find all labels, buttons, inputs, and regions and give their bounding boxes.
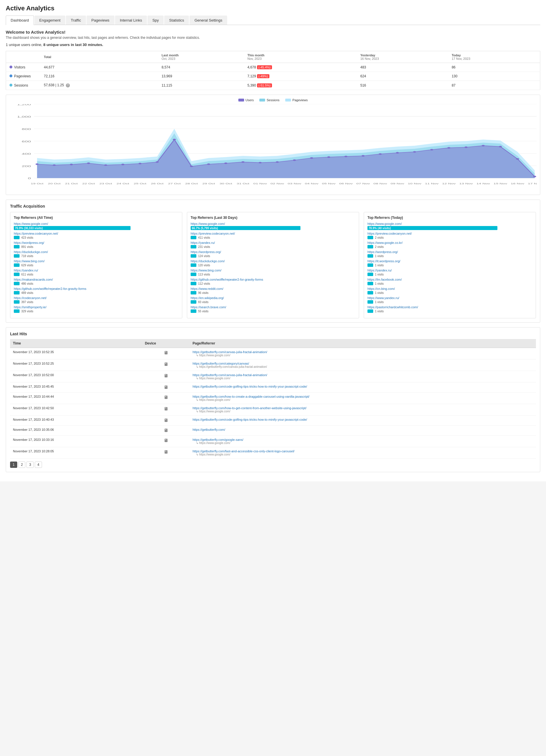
page-link[interactable]: https://getbutterfly.com/canvas-julia-fr…	[193, 350, 533, 354]
referrer-link[interactable]: https://en.wikipedia.org/	[191, 296, 355, 300]
page-1[interactable]: 1	[10, 462, 17, 468]
col-time: Time	[10, 339, 142, 348]
tab-internal-links[interactable]: Internal Links	[115, 16, 147, 25]
hit-page: https://getbutterfly.com/code-golfing-ti…	[190, 382, 536, 393]
referrer-link[interactable]: https://lm.facebook.com/	[367, 278, 532, 281]
referrer-link[interactable]: https://yandex.ru/	[367, 269, 532, 272]
hit-device: 🖥	[142, 416, 190, 426]
legend-users-label: Users	[246, 98, 254, 102]
referrer-bar-small	[367, 263, 373, 267]
row-pageviews-this-month: 7,129 (-49%)	[244, 72, 357, 81]
referrer-link[interactable]: https://yandex.ru/	[14, 269, 179, 272]
referrer-link[interactable]: https://preview.codecanyon.net/	[14, 232, 179, 235]
page-link[interactable]: https://getbutterfly.com/google-sans/	[193, 438, 533, 441]
referrer-link[interactable]: https://makandracards.com/	[14, 278, 179, 281]
page-3[interactable]: 3	[26, 462, 34, 468]
referrer-link[interactable]: https://github.com/wolffe/repeater2-for-…	[14, 287, 179, 290]
app-title: Active Analytics	[6, 5, 540, 12]
referrer-link[interactable]: https://duckduckgo.com/	[191, 259, 355, 263]
tab-dashboard[interactable]: Dashboard	[6, 16, 34, 25]
row-visitors-yesterday: 483	[357, 63, 448, 72]
page-link[interactable]: https://getbutterfly.com/fast-and-access…	[193, 449, 533, 453]
list-item: https://duckduckgo.com/ 718 visits	[14, 250, 179, 258]
svg-point-34	[327, 156, 330, 158]
referrer-link[interactable]: https://www.bing.com/	[191, 269, 355, 272]
svg-point-40	[430, 149, 433, 150]
referrer-link[interactable]: https://www.google.com/	[367, 222, 532, 225]
row-sessions-total: 57,638 | 1.25 ?	[41, 81, 158, 90]
tab-statistics[interactable]: Statistics	[164, 16, 189, 25]
referrer-bar-small	[14, 273, 20, 276]
hit-time: November 17, 2023 10:52:00	[10, 371, 142, 382]
hit-device: 🖥	[142, 426, 190, 436]
info-icon[interactable]: ?	[66, 83, 70, 87]
svg-point-33	[310, 157, 313, 159]
referrer-link[interactable]: https://wordpress.org/	[191, 250, 355, 254]
referrer-link[interactable]: https://duckduckgo.com/	[14, 250, 179, 254]
referrer-link[interactable]: https://www.reddit.com/	[191, 287, 355, 290]
ref-stat: 2 visits	[375, 236, 384, 239]
row-visitors-total: 44,677	[41, 63, 158, 72]
referrer-link[interactable]: https://www.google.com/	[191, 222, 355, 225]
page-link[interactable]: https://getbutterfly.com/category/canvas…	[193, 362, 533, 365]
list-item: https://www.google.com/ 78.9% (40 visits…	[367, 222, 532, 230]
hit-page: https://getbutterfly.com/canvas-julia-fr…	[190, 371, 536, 382]
page-link[interactable]: https://getbutterfly.com/code-golfing-ti…	[193, 385, 533, 388]
referrer-link[interactable]: https://pastorrichardcwhitcomb.com/	[367, 305, 532, 309]
referrer-bar-small	[367, 245, 373, 248]
list-item: https://wordpress.org/ 891 visits	[14, 241, 179, 248]
svg-text:12 Nov: 12 Nov	[442, 182, 456, 185]
svg-point-37	[379, 153, 382, 155]
tab-bar: Dashboard Engagement Traffic Pageviews I…	[6, 16, 540, 25]
page-link[interactable]: https://getbutterfly.com/	[193, 428, 533, 431]
page-link[interactable]: https://getbutterfly.com/canvas-julia-fr…	[193, 373, 533, 377]
row-sessions-today: 87	[448, 81, 540, 90]
table-row: November 17, 2023 10:33:16 🖥 https://get…	[10, 436, 536, 447]
referrer-link[interactable]: https://yandex.ru/	[191, 241, 355, 244]
svg-text:25 Oct: 25 Oct	[134, 182, 147, 185]
tab-general-settings[interactable]: General Settings	[189, 16, 227, 25]
tab-engagement[interactable]: Engagement	[35, 16, 66, 25]
referrer-link[interactable]: https://preview.codecanyon.net/	[367, 232, 532, 235]
tab-pageviews[interactable]: Pageviews	[87, 16, 114, 25]
referrer-link[interactable]: https://search.brave.com/	[191, 305, 355, 309]
svg-point-24	[156, 161, 159, 163]
ref-stat: 411 visits	[198, 236, 210, 239]
page-link[interactable]: https://getbutterfly.com/how-to-create-a…	[193, 395, 533, 398]
list-item: https://preview.codecanyon.net/ 2 visits	[367, 232, 532, 239]
svg-point-32	[293, 159, 296, 161]
referrer-link[interactable]: https://wordpress.org/	[367, 250, 532, 254]
page-link[interactable]: https://getbutterfly.com/code-golfing-ti…	[193, 418, 533, 421]
svg-text:05 Nov: 05 Nov	[322, 182, 336, 185]
row-pageviews-label: Pageviews	[6, 72, 41, 81]
hit-page: https://getbutterfly.com/fast-and-access…	[190, 447, 536, 459]
referrer-link[interactable]: https://wordpress.org/	[14, 241, 179, 244]
page-link[interactable]: https://getbutterfly.com/how-to-get-cont…	[193, 406, 533, 410]
referrer-link[interactable]: https://preview.codecanyon.net/	[191, 232, 355, 235]
table-row: November 17, 2023 10:40:43 🖥 https://get…	[10, 416, 536, 426]
page-2[interactable]: 2	[18, 462, 26, 468]
svg-text:1,000: 1,000	[17, 115, 31, 118]
referrer-link[interactable]: https://github.com/wolffe/repeater2-for-…	[191, 278, 355, 281]
referrer-link[interactable]: https://www.bing.com/	[14, 259, 179, 263]
page-4[interactable]: 4	[35, 462, 42, 468]
referrer-link[interactable]: https://www.google.co.kr/	[367, 241, 532, 244]
referrer-link[interactable]: https://smithproperty.ie/	[14, 305, 179, 309]
svg-point-20	[87, 162, 90, 164]
referrer-link[interactable]: https://it.wordpress.org/	[367, 259, 532, 263]
tab-traffic[interactable]: Traffic	[66, 16, 86, 25]
hit-time: November 17, 2023 10:33:16	[10, 436, 142, 447]
ref-stat: 124 visits	[198, 254, 210, 258]
svg-text:20 Oct: 20 Oct	[48, 182, 61, 185]
referrer-bar-small	[367, 273, 373, 276]
referrer-link[interactable]: https://www.yandex.ru/	[367, 296, 532, 300]
referrer-link[interactable]: https://cn.bing.com/	[367, 287, 532, 290]
list-item: https://codecanyon.net/ 397 visits	[14, 296, 179, 304]
tab-spy[interactable]: Spy	[147, 16, 164, 25]
referrer-link[interactable]: https://www.google.com/	[14, 222, 179, 225]
referrer-col-all-time: Top Referrers (All Time) https://www.goo…	[10, 212, 182, 318]
svg-point-43	[482, 145, 485, 146]
referrer-bar-small	[14, 263, 20, 267]
referrer-link[interactable]: https://codecanyon.net/	[14, 296, 179, 300]
referrer-cols: Top Referrers (All Time) https://www.goo…	[10, 212, 536, 318]
